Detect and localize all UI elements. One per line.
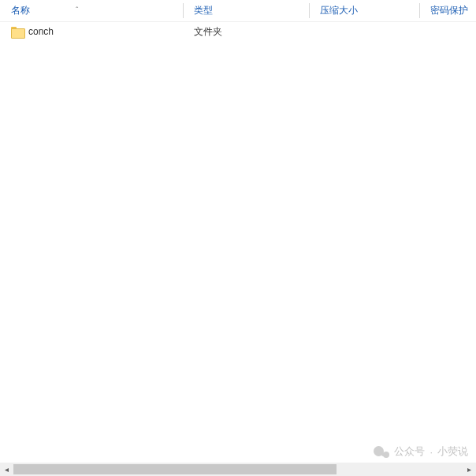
chevron-left-icon: ◂ <box>5 465 9 474</box>
folder-icon <box>11 27 24 37</box>
wechat-icon <box>374 445 389 458</box>
horizontal-scrollbar[interactable]: ◂ ▸ <box>0 463 476 476</box>
file-list[interactable]: conch 文件夹 <box>0 22 476 463</box>
column-header-compressed-size[interactable]: 压缩大小 <box>309 0 419 21</box>
watermark: 公众号 · 小荧说 <box>374 444 468 459</box>
watermark-prefix: 公众号 <box>394 444 425 459</box>
column-header-type-label: 类型 <box>194 4 213 17</box>
file-name: conch <box>28 26 54 37</box>
cell-name: conch <box>0 26 183 37</box>
scroll-right-button[interactable]: ▸ <box>463 463 476 476</box>
chevron-right-icon: ▸ <box>467 465 471 474</box>
column-header-name[interactable]: 名称 ˆ <box>0 0 183 21</box>
column-header-password-protected[interactable]: 密码保护 <box>419 0 476 21</box>
file-type: 文件夹 <box>194 25 222 39</box>
cell-type: 文件夹 <box>183 25 309 39</box>
scroll-left-button[interactable]: ◂ <box>0 463 13 476</box>
scroll-thumb[interactable] <box>13 464 337 474</box>
watermark-name: 小荧说 <box>437 444 468 459</box>
table-row[interactable]: conch 文件夹 <box>0 22 476 41</box>
column-header-row: 名称 ˆ 类型 压缩大小 密码保护 <box>0 0 476 22</box>
watermark-separator: · <box>430 446 433 458</box>
column-header-compressed-size-label: 压缩大小 <box>320 4 358 17</box>
scroll-track[interactable] <box>13 463 463 476</box>
sort-ascending-icon: ˆ <box>76 6 78 15</box>
column-header-password-protected-label: 密码保护 <box>430 4 468 17</box>
column-header-name-label: 名称 <box>11 4 30 17</box>
column-header-type[interactable]: 类型 <box>183 0 309 21</box>
